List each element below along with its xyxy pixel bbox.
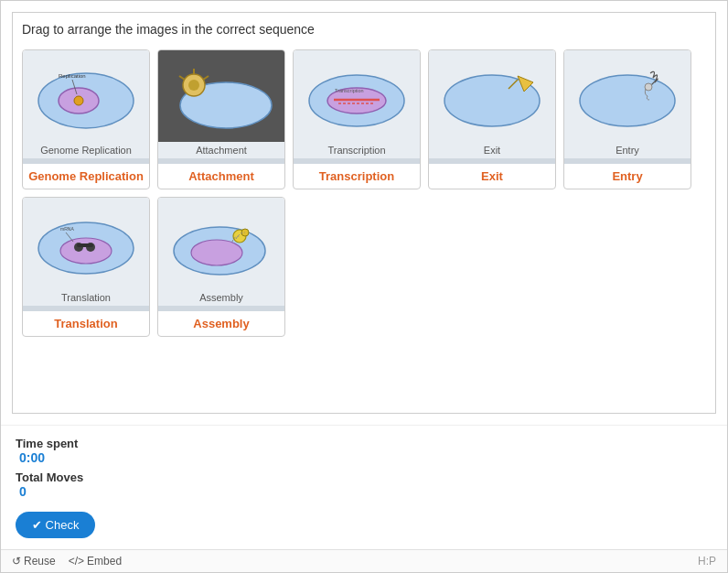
- svg-text:Replication: Replication: [59, 73, 86, 79]
- card-small-label-transcription: Transcription: [294, 142, 420, 158]
- svg-assembly: [166, 207, 276, 280]
- drag-instruction: Drag to arrange the images in the correc…: [22, 22, 706, 37]
- card-image-attachment: [158, 50, 284, 142]
- card-large-label-genome: Genome Replication: [23, 164, 149, 189]
- card-small-label-exit: Exit: [429, 142, 555, 158]
- card-exit[interactable]: Exit Exit: [428, 49, 556, 189]
- footer-left: ↺ Reuse </> Embed: [12, 555, 122, 568]
- card-image-translation: mRNA: [23, 198, 149, 289]
- card-large-label-translation: Translation: [23, 311, 149, 336]
- card-large-label-assembly: Assembly: [158, 311, 284, 336]
- card-attachment[interactable]: Attachment Attachment: [157, 49, 285, 189]
- card-image-entry: [564, 50, 691, 142]
- bottom-section: Time spent 0:00 Total Moves 0 ✔ Check: [1, 425, 727, 549]
- card-transcription[interactable]: Transcription Transcription Transcriptio…: [293, 49, 421, 189]
- moves-value: 0: [19, 484, 712, 499]
- svg-point-2: [74, 96, 83, 105]
- card-image-exit: [429, 50, 555, 142]
- footer-bar: ↺ Reuse </> Embed H:P: [1, 549, 727, 572]
- brand-label: H:P: [698, 555, 716, 568]
- svg-point-7: [188, 80, 199, 91]
- cards-row-1: Replication Genome Replication Genome Re…: [22, 49, 706, 189]
- embed-icon: </>: [69, 555, 84, 568]
- svg-translation: mRNA: [31, 207, 141, 280]
- svg-exit: [437, 59, 547, 133]
- svg-rect-25: [77, 243, 93, 247]
- card-small-label-attachment: Attachment: [158, 142, 284, 158]
- card-small-label-translation: Translation: [23, 289, 149, 306]
- svg-text:Transcription: Transcription: [335, 88, 364, 93]
- card-small-label-entry: Entry: [564, 142, 691, 158]
- svg-attachment: [166, 59, 276, 133]
- svg-line-9: [179, 76, 185, 80]
- svg-line-10: [203, 76, 209, 80]
- svg-point-29: [191, 240, 242, 265]
- cards-row-2: mRNA Translation Translation: [22, 197, 706, 337]
- card-image-assembly: [158, 198, 284, 289]
- moves-label: Total Moves: [16, 470, 712, 484]
- card-entry[interactable]: Entry Entry: [563, 49, 691, 189]
- svg-point-22: [60, 238, 112, 264]
- card-large-label-transcription: Transcription: [294, 164, 420, 189]
- reuse-link[interactable]: ↺ Reuse: [12, 555, 56, 568]
- time-value: 0:00: [19, 450, 712, 465]
- check-button[interactable]: ✔ Check: [16, 512, 95, 538]
- embed-label: Embed: [87, 555, 122, 568]
- card-large-label-attachment: Attachment: [158, 164, 284, 189]
- svg-transcription: Transcription: [302, 59, 412, 133]
- card-large-label-entry: Entry: [564, 164, 691, 189]
- svg-point-19: [580, 75, 675, 126]
- main-container: Drag to arrange the images in the correc…: [0, 0, 728, 573]
- card-translation[interactable]: mRNA Translation Translation: [22, 197, 150, 337]
- reuse-label: Reuse: [24, 555, 56, 568]
- card-small-label-genome: Genome Replication: [23, 142, 149, 158]
- card-image-transcription: Transcription: [294, 50, 420, 142]
- drag-area: Drag to arrange the images in the correc…: [12, 12, 716, 414]
- embed-link[interactable]: </> Embed: [69, 555, 122, 568]
- card-assembly[interactable]: Assembly Assembly: [157, 197, 285, 337]
- card-image-genome-replication: Replication: [23, 50, 149, 142]
- card-small-label-assembly: Assembly: [158, 289, 284, 306]
- reuse-icon: ↺: [12, 555, 21, 568]
- time-label: Time spent: [16, 437, 712, 450]
- svg-entry: [573, 59, 682, 133]
- card-genome-replication[interactable]: Replication Genome Replication Genome Re…: [22, 49, 150, 189]
- svg-genome-replication: Replication: [31, 59, 141, 133]
- card-large-label-exit: Exit: [429, 164, 555, 189]
- svg-text:mRNA: mRNA: [60, 226, 74, 232]
